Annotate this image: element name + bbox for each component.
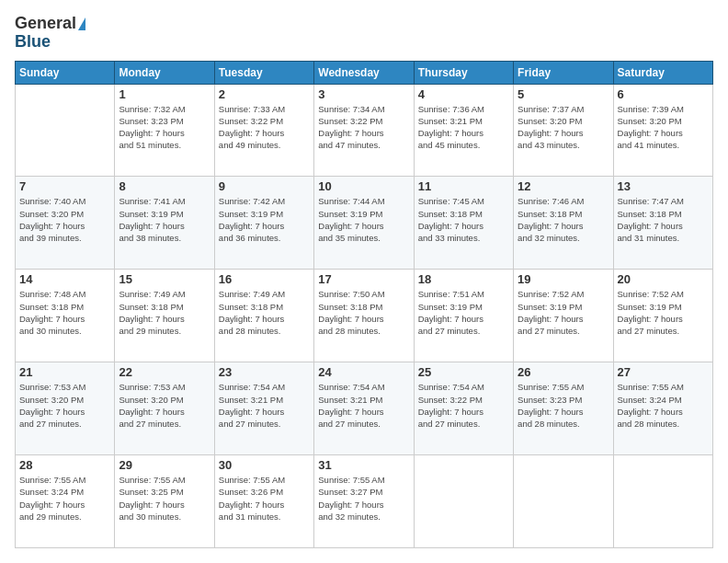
calendar-cell [514,455,613,548]
day-number: 17 [318,272,409,286]
calendar-cell: 20Sunrise: 7:52 AMSunset: 3:19 PMDayligh… [613,270,712,362]
calendar: SundayMondayTuesdayWednesdayThursdayFrid… [15,61,713,548]
calendar-cell: 16Sunrise: 7:49 AMSunset: 3:18 PMDayligh… [214,270,313,362]
calendar-cell: 21Sunrise: 7:53 AMSunset: 3:20 PMDayligh… [16,362,115,455]
calendar-header-monday: Monday [115,61,214,84]
calendar-cell: 15Sunrise: 7:49 AMSunset: 3:18 PMDayligh… [115,270,214,362]
day-info: Sunrise: 7:55 AMSunset: 3:23 PMDaylight:… [518,381,609,430]
calendar-cell [613,455,712,548]
day-number: 29 [119,458,210,472]
day-number: 12 [518,179,609,193]
day-number: 14 [19,272,110,286]
day-number: 19 [518,272,609,286]
calendar-cell: 26Sunrise: 7:55 AMSunset: 3:23 PMDayligh… [514,362,613,455]
day-number: 21 [19,365,110,379]
calendar-cell [16,84,115,177]
calendar-cell: 5Sunrise: 7:37 AMSunset: 3:20 PMDaylight… [514,84,613,177]
day-number: 15 [119,272,210,286]
day-number: 18 [418,272,509,286]
day-number: 22 [119,365,210,379]
calendar-week-row: 1Sunrise: 7:32 AMSunset: 3:23 PMDaylight… [16,84,713,177]
calendar-header-tuesday: Tuesday [214,61,313,84]
calendar-cell: 9Sunrise: 7:42 AMSunset: 3:19 PMDaylight… [214,177,313,270]
day-number: 7 [19,179,110,193]
calendar-week-row: 28Sunrise: 7:55 AMSunset: 3:24 PMDayligh… [16,455,713,548]
calendar-header-saturday: Saturday [613,61,712,84]
calendar-cell: 1Sunrise: 7:32 AMSunset: 3:23 PMDaylight… [115,84,214,177]
calendar-header-thursday: Thursday [414,61,513,84]
day-info: Sunrise: 7:52 AMSunset: 3:19 PMDaylight:… [518,288,609,337]
day-info: Sunrise: 7:55 AMSunset: 3:26 PMDaylight:… [219,474,310,523]
day-info: Sunrise: 7:49 AMSunset: 3:18 PMDaylight:… [119,288,210,337]
calendar-cell: 29Sunrise: 7:55 AMSunset: 3:25 PMDayligh… [115,455,214,548]
day-info: Sunrise: 7:55 AMSunset: 3:24 PMDaylight:… [19,474,110,523]
page: General Blue SundayMondayTuesdayWednesda… [0,0,728,563]
logo-triangle-icon [78,17,85,30]
day-number: 25 [418,365,509,379]
calendar-cell: 31Sunrise: 7:55 AMSunset: 3:27 PMDayligh… [314,455,414,548]
calendar-header-friday: Friday [514,61,613,84]
day-number: 5 [518,87,609,101]
calendar-cell: 7Sunrise: 7:40 AMSunset: 3:20 PMDaylight… [16,177,115,270]
day-number: 8 [119,179,210,193]
day-number: 3 [318,87,409,101]
day-info: Sunrise: 7:51 AMSunset: 3:19 PMDaylight:… [418,288,509,337]
day-info: Sunrise: 7:53 AMSunset: 3:20 PMDaylight:… [19,381,110,430]
day-info: Sunrise: 7:34 AMSunset: 3:22 PMDaylight:… [318,103,409,152]
day-number: 26 [518,365,609,379]
calendar-cell: 17Sunrise: 7:50 AMSunset: 3:18 PMDayligh… [314,270,414,362]
day-number: 27 [618,365,709,379]
day-number: 11 [418,179,509,193]
calendar-cell: 14Sunrise: 7:48 AMSunset: 3:18 PMDayligh… [16,270,115,362]
day-info: Sunrise: 7:48 AMSunset: 3:18 PMDaylight:… [19,288,110,337]
calendar-cell: 18Sunrise: 7:51 AMSunset: 3:19 PMDayligh… [414,270,513,362]
day-info: Sunrise: 7:55 AMSunset: 3:25 PMDaylight:… [119,474,210,523]
day-info: Sunrise: 7:54 AMSunset: 3:21 PMDaylight:… [318,381,409,430]
calendar-week-row: 7Sunrise: 7:40 AMSunset: 3:20 PMDaylight… [16,177,713,270]
day-number: 9 [219,179,310,193]
day-info: Sunrise: 7:54 AMSunset: 3:21 PMDaylight:… [219,381,310,430]
calendar-cell: 22Sunrise: 7:53 AMSunset: 3:20 PMDayligh… [115,362,214,455]
day-info: Sunrise: 7:53 AMSunset: 3:20 PMDaylight:… [119,381,210,430]
day-number: 24 [318,365,409,379]
calendar-cell: 24Sunrise: 7:54 AMSunset: 3:21 PMDayligh… [314,362,414,455]
calendar-cell: 8Sunrise: 7:41 AMSunset: 3:19 PMDaylight… [115,177,214,270]
calendar-cell: 25Sunrise: 7:54 AMSunset: 3:22 PMDayligh… [414,362,513,455]
day-info: Sunrise: 7:44 AMSunset: 3:19 PMDaylight:… [318,195,409,244]
logo-general-text: General [15,15,76,33]
day-number: 2 [219,87,310,101]
day-number: 16 [219,272,310,286]
day-number: 6 [618,87,709,101]
calendar-cell: 30Sunrise: 7:55 AMSunset: 3:26 PMDayligh… [214,455,313,548]
day-info: Sunrise: 7:39 AMSunset: 3:20 PMDaylight:… [618,103,709,152]
calendar-cell: 3Sunrise: 7:34 AMSunset: 3:22 PMDaylight… [314,84,414,177]
calendar-cell: 11Sunrise: 7:45 AMSunset: 3:18 PMDayligh… [414,177,513,270]
day-number: 4 [418,87,509,101]
day-info: Sunrise: 7:33 AMSunset: 3:22 PMDaylight:… [219,103,310,152]
day-number: 20 [618,272,709,286]
calendar-cell: 10Sunrise: 7:44 AMSunset: 3:19 PMDayligh… [314,177,414,270]
day-number: 30 [219,458,310,472]
day-info: Sunrise: 7:41 AMSunset: 3:19 PMDaylight:… [119,195,210,244]
day-info: Sunrise: 7:37 AMSunset: 3:20 PMDaylight:… [518,103,609,152]
calendar-cell: 12Sunrise: 7:46 AMSunset: 3:18 PMDayligh… [514,177,613,270]
day-info: Sunrise: 7:54 AMSunset: 3:22 PMDaylight:… [418,381,509,430]
calendar-week-row: 14Sunrise: 7:48 AMSunset: 3:18 PMDayligh… [16,270,713,362]
day-info: Sunrise: 7:47 AMSunset: 3:18 PMDaylight:… [618,195,709,244]
calendar-header-wednesday: Wednesday [314,61,414,84]
day-info: Sunrise: 7:52 AMSunset: 3:19 PMDaylight:… [618,288,709,337]
day-info: Sunrise: 7:55 AMSunset: 3:24 PMDaylight:… [618,381,709,430]
day-info: Sunrise: 7:55 AMSunset: 3:27 PMDaylight:… [318,474,409,523]
calendar-cell: 28Sunrise: 7:55 AMSunset: 3:24 PMDayligh… [16,455,115,548]
calendar-cell: 23Sunrise: 7:54 AMSunset: 3:21 PMDayligh… [214,362,313,455]
day-info: Sunrise: 7:49 AMSunset: 3:18 PMDaylight:… [219,288,310,337]
calendar-week-row: 21Sunrise: 7:53 AMSunset: 3:20 PMDayligh… [16,362,713,455]
day-info: Sunrise: 7:40 AMSunset: 3:20 PMDaylight:… [19,195,110,244]
calendar-cell: 13Sunrise: 7:47 AMSunset: 3:18 PMDayligh… [613,177,712,270]
day-info: Sunrise: 7:46 AMSunset: 3:18 PMDaylight:… [518,195,609,244]
day-info: Sunrise: 7:50 AMSunset: 3:18 PMDaylight:… [318,288,409,337]
day-number: 1 [119,87,210,101]
calendar-header-sunday: Sunday [16,61,115,84]
day-number: 13 [618,179,709,193]
logo: General Blue [15,15,85,52]
